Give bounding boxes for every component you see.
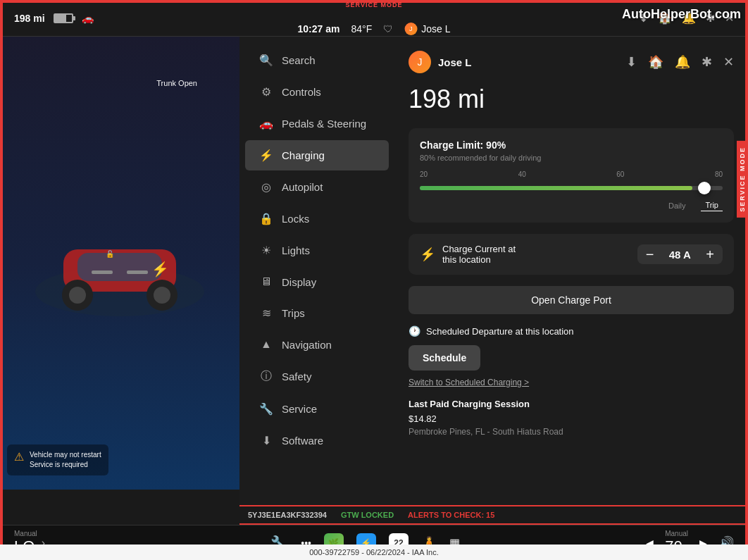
svg-rect-2: [77, 253, 162, 281]
sidebar-item-software-label: Software: [282, 435, 323, 447]
clock-icon: 🕐: [409, 325, 420, 337]
vin-number: 5YJ3E1EA3KF332394: [248, 511, 327, 519]
scale-mark-20: 20: [420, 170, 428, 178]
user-profile: J Jose L: [409, 51, 472, 73]
sidebar-item-trips[interactable]: ≋ Trips: [245, 298, 389, 328]
last-session-amount: $14.82: [409, 413, 734, 424]
scheduled-departure-section: 🕐 Scheduled Departure at this location S…: [409, 325, 734, 387]
charge-recommend: 80% recommended for daily driving: [420, 154, 723, 162]
decrease-current-button[interactable]: −: [646, 247, 654, 261]
open-charge-port-button[interactable]: Open Charge Port: [409, 286, 734, 314]
main-content: J Jose L ⬇ 🏠 🔔 ✱ ✕ 198 mi Charge Limit: …: [394, 37, 748, 525]
lights-icon: ☀: [259, 244, 273, 257]
sidebar: 🔍 Search ⚙ Controls 🚗 Pedals & Steering …: [239, 37, 394, 525]
bluetooth-header-icon[interactable]: ✱: [702, 54, 712, 70]
svg-point-4: [69, 287, 86, 304]
sidebar-item-navigation[interactable]: ▲ Navigation: [245, 330, 389, 359]
charge-current-text: Charge Current atthis location: [442, 244, 516, 265]
info-bar-text: 000-39722759 - 06/22/2024 - IAA Inc.: [309, 548, 438, 556]
trips-icon: ≋: [259, 306, 273, 320]
sidebar-item-controls[interactable]: ⚙ Controls: [245, 77, 389, 107]
switch-charging-link[interactable]: Switch to Scheduled Charging >: [409, 378, 734, 387]
sidebar-item-search[interactable]: 🔍 Search: [245, 45, 389, 75]
charge-bar-fill: [420, 186, 692, 190]
svg-point-6: [154, 287, 170, 304]
alert-bar: 5YJ3E1EA3KF332394 GTW LOCKED ALERTS TO C…: [239, 505, 748, 525]
sidebar-item-autopilot[interactable]: ◎ Autopilot: [245, 172, 389, 202]
sidebar-item-service[interactable]: 🔧 Service: [245, 394, 389, 424]
sidebar-item-pedals[interactable]: 🚗 Pedals & Steering: [245, 108, 389, 139]
user-avatar-small: J: [404, 23, 417, 35]
search-icon: 🔍: [259, 54, 273, 67]
sidebar-item-locks[interactable]: 🔒 Locks: [245, 204, 389, 234]
sidebar-item-software[interactable]: ⬇ Software: [245, 425, 389, 456]
charge-bar-container[interactable]: [420, 182, 723, 194]
svg-rect-8: [92, 270, 113, 274]
svg-text:⚡: ⚡: [151, 261, 169, 278]
trip-mode-button[interactable]: Trip: [701, 199, 723, 211]
watermark: AutoHelperBot.com: [622, 7, 741, 22]
daily-mode-button[interactable]: Daily: [664, 199, 690, 211]
charge-mode-labels: Daily Trip: [420, 199, 723, 211]
car-icon: 🚗: [82, 13, 94, 24]
safety-icon: ⓘ: [259, 369, 273, 384]
car-panel: Trunk Open ⚡ 🔓: [0, 37, 239, 490]
sidebar-item-display-label: Display: [282, 276, 316, 288]
red-border-top: [0, 0, 748, 3]
sidebar-item-charging-label: Charging: [282, 149, 325, 161]
user-avatar: J: [409, 51, 431, 73]
gear-label: Manual: [14, 530, 37, 537]
bell-header-icon[interactable]: 🔔: [675, 54, 690, 70]
close-header-icon[interactable]: ✕: [723, 54, 734, 70]
display-icon: 🖥: [259, 275, 273, 288]
charge-current-label: ⚡ Charge Current atthis location: [420, 244, 516, 265]
home-header-icon[interactable]: 🏠: [648, 54, 663, 70]
schedule-button[interactable]: Schedule: [409, 345, 480, 371]
status-time: 10:27 am: [298, 23, 340, 35]
controls-icon: ⚙: [259, 85, 273, 99]
sidebar-item-display[interactable]: 🖥 Display: [245, 267, 389, 297]
autopilot-icon: ◎: [259, 180, 273, 194]
scale-mark-40: 40: [518, 170, 526, 178]
increase-current-button[interactable]: +: [706, 247, 714, 261]
charge-bar-track: [420, 186, 723, 190]
last-session-location: Pembroke Pines, FL - South Hiatus Road: [409, 427, 734, 437]
sidebar-item-service-label: Service: [282, 403, 317, 415]
info-bar: 000-39722759 - 06/22/2024 - IAA Inc.: [0, 545, 748, 560]
range-display: 198 mi: [409, 85, 734, 114]
sidebar-item-lights[interactable]: ☀ Lights: [245, 235, 389, 266]
service-icon: 🔧: [259, 402, 273, 416]
sidebar-item-lights-label: Lights: [282, 244, 310, 256]
sidebar-item-charging[interactable]: ⚡ Charging: [245, 140, 389, 170]
current-value: 48 A: [662, 249, 697, 261]
scheduled-label-text: Scheduled Departure at this location: [426, 326, 574, 337]
alerts-count: ALERTS TO CHECK: 15: [408, 511, 494, 519]
content-header: J Jose L ⬇ 🏠 🔔 ✱ ✕: [409, 51, 734, 73]
sidebar-item-safety[interactable]: ⓘ Safety: [245, 361, 389, 392]
warning-line1: Vehicle may not restart: [30, 450, 101, 460]
red-border-left: [0, 0, 3, 545]
scheduled-label: 🕐 Scheduled Departure at this location: [409, 325, 734, 337]
sidebar-item-locks-label: Locks: [282, 213, 309, 225]
sidebar-item-trips-label: Trips: [282, 307, 305, 319]
last-session-title: Last Paid Charging Session: [409, 399, 734, 409]
red-border-right: [745, 0, 748, 545]
charging-icon: ⚡: [259, 149, 273, 162]
trunk-label: Trunk Open: [156, 79, 197, 87]
charge-bar-handle[interactable]: [698, 182, 711, 194]
charge-bolt-icon: ⚡: [420, 247, 435, 262]
download-header-icon[interactable]: ⬇: [626, 54, 637, 70]
sidebar-item-autopilot-label: Autopilot: [282, 181, 323, 193]
charge-adjuster: − 48 A +: [637, 244, 723, 264]
svg-rect-9: [127, 270, 148, 274]
status-username: Jose L: [421, 23, 450, 35]
navigation-icon: ▲: [259, 338, 273, 351]
status-temp: 84°F: [351, 23, 372, 35]
charge-limit-label: Charge Limit: 90%: [420, 139, 723, 151]
sidebar-item-controls-label: Controls: [282, 86, 321, 98]
battery-fill: [55, 15, 67, 22]
pedals-icon: 🚗: [259, 117, 273, 130]
sidebar-item-pedals-label: Pedals & Steering: [282, 118, 366, 130]
scale-mark-80: 80: [715, 170, 723, 178]
sidebar-item-navigation-label: Navigation: [282, 339, 332, 351]
